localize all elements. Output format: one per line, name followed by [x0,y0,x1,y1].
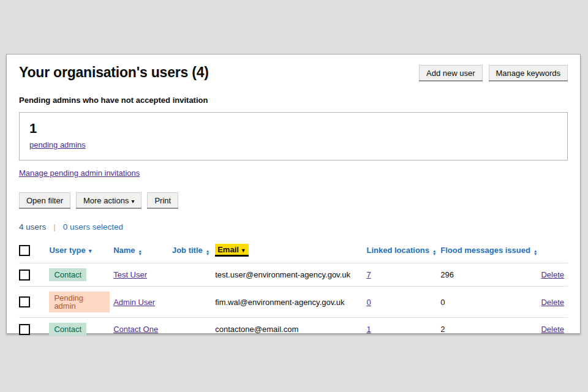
email-sort-highlight: Email▼ [215,244,249,257]
manage-keywords-button[interactable]: Manage keywords [489,65,568,80]
user-type-badge: Contact [49,323,86,336]
linked-locations-link[interactable]: 0 [366,298,371,307]
job-title-cell [172,318,215,341]
email-cell: contactone@email.com [215,318,366,341]
users-table: User type▼ Name▲▼ Job title▲▼ Email▼ Lin… [19,239,568,341]
table-row: Pending admin Admin User fim.wal@environ… [19,287,568,318]
row-checkbox[interactable] [19,270,30,281]
selection-summary: 4 users | 0 users selected [19,222,568,232]
sort-both-icon: ▲▼ [432,249,436,255]
column-label: Linked locations [366,246,429,255]
job-title-cell [172,263,215,287]
flood-messages-cell: 296 [440,263,541,287]
column-header-flood-messages[interactable]: Flood messages issued▲▼ [440,239,541,263]
row-checkbox[interactable] [19,296,30,307]
delete-user-link[interactable]: Delete [541,270,564,279]
user-name-link[interactable]: Test User [113,270,147,279]
user-type-badge: Pending admin [49,292,110,312]
column-header-email-active-sort[interactable]: Email▼ [215,239,366,263]
delete-user-link[interactable]: Delete [541,325,564,334]
column-header-name[interactable]: Name▲▼ [113,239,172,263]
user-type-badge: Contact [49,268,86,281]
more-actions-label: More actions [83,196,129,205]
sort-desc-icon: ▼ [241,247,246,254]
column-label: Flood messages issued [440,246,530,255]
manage-pending-admin-invitations-link[interactable]: Manage pending admin invitations [19,168,140,178]
column-label: User type [49,246,85,255]
pending-admins-box: 1 pending admins [19,112,568,160]
row-checkbox[interactable] [19,324,30,335]
email-cell: test.user@environment-agency.gov.uk [215,263,366,287]
sort-both-icon: ▲▼ [206,249,209,255]
toolbar: Open filter More actions▾ Print [19,192,568,208]
table-header-row: User type▼ Name▲▼ Job title▲▼ Email▼ Lin… [19,239,568,263]
panel-header: Your organisation's users (4) Add new us… [19,64,568,81]
table-row: Contact Contact One contactone@email.com… [19,318,568,341]
column-label: Name [113,246,135,255]
column-header-actions [541,239,568,263]
job-title-cell [172,287,215,318]
sort-desc-icon: ▼ [206,252,209,255]
users-count-text: 4 users [19,222,46,232]
select-all-checkbox[interactable] [19,245,30,256]
print-button[interactable]: Print [147,192,178,208]
sort-both-icon: ▲▼ [138,249,142,255]
more-actions-button[interactable]: More actions▾ [76,192,141,208]
summary-separator: | [53,222,56,232]
delete-user-link[interactable]: Delete [541,298,564,307]
sort-desc-icon: ▼ [533,252,537,255]
pending-admins-link[interactable]: pending admins [29,140,86,149]
caret-down-icon: ▾ [131,198,134,205]
sort-desc-icon: ▼ [432,252,436,255]
column-header-user-type[interactable]: User type▼ [49,239,113,263]
column-label: Job title [172,246,203,255]
page-title: Your organisation's users (4) [19,64,209,81]
users-panel: Your organisation's users (4) Add new us… [6,54,581,334]
linked-locations-link[interactable]: 7 [366,270,371,279]
header-buttons: Add new user Manage keywords [419,65,568,80]
sort-desc-icon: ▼ [138,252,142,255]
linked-locations-link[interactable]: 1 [366,325,371,334]
pending-admins-count: 1 [29,121,557,136]
sort-both-icon: ▲▼ [533,249,537,255]
add-new-user-button[interactable]: Add new user [419,65,483,80]
flood-messages-cell: 0 [440,287,541,318]
pending-admins-subtitle: Pending admins who have not accepted inv… [19,96,568,105]
sort-desc-icon: ▼ [88,248,93,254]
column-header-job-title[interactable]: Job title▲▼ [172,239,215,263]
column-header-linked-locations[interactable]: Linked locations▲▼ [366,239,440,263]
users-selected-link[interactable]: 0 users selected [63,222,123,232]
column-label: Email [217,245,239,254]
email-cell: fim.wal@environment-agency.gov.uk [215,287,366,318]
flood-messages-cell: 2 [440,318,541,341]
open-filter-button[interactable]: Open filter [19,192,70,208]
table-row: Contact Test User test.user@environment-… [19,263,568,287]
user-name-link[interactable]: Contact One [113,325,158,334]
user-name-link[interactable]: Admin User [113,298,155,307]
